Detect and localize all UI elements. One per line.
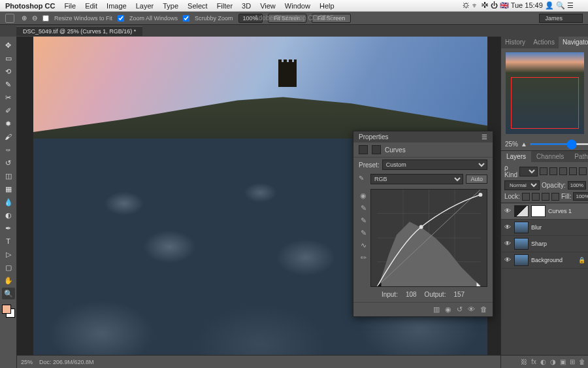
previous-icon[interactable]: ◉ (445, 305, 451, 314)
nav-zoom-out-icon[interactable]: ▲ (521, 141, 527, 148)
path-tool[interactable]: ▷ (2, 248, 15, 260)
right-panels: History Actions Navigator Histogra 25% ▲… (500, 37, 588, 368)
zoom-tool[interactable]: 🔍 (2, 288, 15, 299)
layers-filter-select[interactable] (519, 167, 538, 176)
layers-filter-kind[interactable]: ρ Kind (504, 164, 517, 178)
user-dropdown[interactable]: James (539, 14, 583, 23)
panel-menu-icon[interactable]: ☰ (482, 133, 487, 141)
lasso-tool[interactable]: ⟲ (2, 65, 15, 77)
lock-icons[interactable] (522, 193, 559, 201)
fx-icon[interactable]: fx (531, 358, 536, 365)
menu-select[interactable]: Select (188, 2, 208, 10)
group-icon[interactable]: ▣ (560, 358, 566, 365)
channel-select[interactable]: RGB (370, 174, 463, 184)
status-zoom[interactable]: 25% (21, 359, 33, 365)
zoom-in-icon[interactable]: ⊕ (22, 14, 27, 22)
visibility-icon[interactable]: 👁 (504, 224, 512, 231)
mask-icon[interactable]: ◐ (540, 358, 546, 365)
delete-icon[interactable]: 🗑 (579, 358, 585, 365)
gradient-tool[interactable]: ▦ (2, 183, 15, 195)
tab-channels[interactable]: Channels (531, 151, 569, 162)
zoom-tool-icon[interactable] (5, 14, 14, 23)
eraser-tool[interactable]: ◫ (2, 170, 15, 182)
navigator-tabs: History Actions Navigator Histogra (501, 37, 588, 48)
layer-blur[interactable]: 👁 Blur (501, 220, 588, 236)
menu-image[interactable]: Image (106, 2, 127, 10)
zoom-all-checkbox[interactable] (118, 15, 124, 22)
output-value[interactable]: 157 (453, 291, 465, 298)
layer-sharp[interactable]: 👁 Sharp (501, 236, 588, 252)
fit-screen-button[interactable]: Fit Screen (268, 14, 306, 23)
visibility-icon[interactable]: 👁 (504, 256, 512, 264)
brush-tool[interactable]: 🖌 (2, 131, 15, 142)
eyedropper-icon[interactable]: ✎ (359, 175, 368, 184)
fill-value[interactable]: 100% (573, 192, 588, 201)
marquee-tool[interactable]: ▭ (2, 52, 15, 64)
navigator-viewport-box[interactable] (511, 77, 579, 129)
sampler-icon[interactable]: ◉ (359, 192, 368, 201)
menu-3d[interactable]: 3D (242, 2, 251, 10)
adjustment-icon[interactable]: ◑ (550, 358, 556, 365)
delete-adjustment-icon[interactable]: 🗑 (480, 305, 487, 314)
menu-view[interactable]: View (260, 2, 276, 10)
menu-window[interactable]: Window (285, 2, 310, 10)
tab-layers[interactable]: Layers (501, 151, 531, 162)
black-point-icon[interactable]: ✎ (359, 229, 368, 238)
new-layer-icon[interactable]: ⊞ (570, 358, 575, 365)
layer-curves-1[interactable]: 👁 Curves 1 (501, 203, 588, 220)
zoom-out-icon[interactable]: ⊖ (32, 14, 37, 22)
crop-tool[interactable]: ✂ (2, 92, 15, 103)
quick-select-tool[interactable]: ✎ (2, 78, 15, 90)
input-value[interactable]: 108 (406, 291, 417, 298)
menu-help[interactable]: Help (319, 2, 335, 10)
blend-mode-select[interactable]: Normal (504, 180, 540, 190)
mask-icon[interactable] (372, 145, 381, 154)
tab-history[interactable]: History (501, 37, 529, 48)
menu-file[interactable]: File (64, 2, 76, 10)
auto-button[interactable]: Auto (466, 175, 487, 184)
curves-graph[interactable] (370, 189, 487, 287)
link-layers-icon[interactable]: ⛓ (521, 358, 527, 365)
gray-point-icon[interactable]: ✎ (359, 216, 368, 226)
layers-filter-icons[interactable] (540, 167, 587, 175)
reset-icon[interactable]: ↺ (457, 305, 463, 314)
draw-curve-icon[interactable]: ✏ (359, 254, 368, 263)
scrubby-zoom-checkbox[interactable] (183, 15, 189, 22)
zoom-100-button[interactable]: 100% (238, 14, 263, 23)
healing-tool[interactable]: ✹ (2, 118, 15, 129)
move-tool[interactable]: ✥ (2, 39, 15, 51)
preset-select[interactable]: Custom (382, 159, 487, 170)
document-tab[interactable]: DSC_5049.tif @ 25% (Curves 1, RGB/16) * (16, 26, 142, 36)
tab-actions[interactable]: Actions (529, 37, 559, 48)
menu-layer[interactable]: Layer (136, 2, 154, 10)
clip-icon[interactable]: ▥ (433, 305, 440, 314)
tab-paths[interactable]: Paths (569, 151, 588, 162)
nav-zoom-slider[interactable] (530, 143, 588, 145)
shape-tool[interactable]: ▢ (2, 261, 15, 273)
menu-filter[interactable]: Filter (217, 2, 233, 10)
visibility-icon[interactable]: 👁 (504, 207, 512, 215)
eyedropper-tool[interactable]: ✐ (2, 105, 15, 116)
navigator-preview[interactable] (506, 52, 584, 134)
menu-type[interactable]: Type (163, 2, 178, 10)
history-brush-tool[interactable]: ↺ (2, 157, 15, 169)
opacity-value[interactable]: 100% (568, 181, 586, 190)
visibility-icon[interactable]: 👁 (504, 240, 512, 248)
white-point-icon[interactable]: ✎ (359, 204, 368, 213)
properties-panel[interactable]: Properties☰ Curves Preset:Custom ✎ RGB A… (353, 131, 493, 317)
layer-background[interactable]: 👁 Background 🔒 (501, 252, 588, 269)
pen-tool[interactable]: ✒ (2, 222, 15, 234)
dodge-tool[interactable]: ◐ (2, 209, 15, 221)
toggle-visibility-icon[interactable]: 👁 (468, 305, 475, 314)
hand-tool[interactable]: ✋ (2, 275, 15, 286)
type-tool[interactable]: T (2, 235, 15, 247)
menu-edit[interactable]: Edit (85, 2, 97, 10)
stamp-tool[interactable]: ⎃ (2, 144, 15, 156)
resize-windows-checkbox[interactable] (42, 15, 49, 22)
tab-navigator[interactable]: Navigator (559, 37, 588, 48)
blur-tool[interactable]: 💧 (2, 196, 15, 208)
color-swatches[interactable] (2, 305, 15, 318)
nav-zoom-value[interactable]: 25% (505, 141, 518, 148)
edit-points-icon[interactable]: ∿ (359, 241, 368, 250)
fill-screen-button[interactable]: Fill Screen (312, 14, 351, 23)
